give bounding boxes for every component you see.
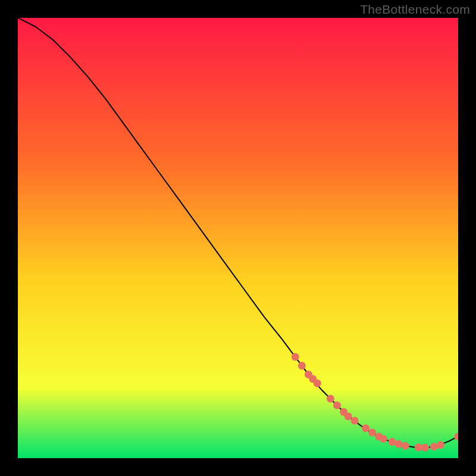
data-point-marker: [314, 380, 321, 387]
data-point-marker: [345, 412, 352, 420]
data-point-marker: [333, 402, 341, 409]
plot-area: [18, 18, 458, 458]
data-point-marker: [395, 440, 403, 448]
data-point-marker: [351, 417, 359, 425]
watermark-text: TheBottleneck.com: [360, 2, 470, 17]
data-point-marker: [389, 438, 396, 446]
data-point-marker: [380, 435, 387, 443]
data-point-marker: [402, 442, 409, 450]
data-point-marker: [415, 443, 422, 451]
data-point-marker: [430, 443, 438, 450]
chart-svg: [18, 18, 458, 458]
chart-stage: TheBottleneck.com: [0, 0, 476, 476]
data-point-marker: [292, 353, 299, 361]
data-point-marker: [362, 424, 369, 432]
gradient-background: [18, 18, 458, 458]
data-point-marker: [368, 429, 376, 437]
data-point-marker: [437, 441, 444, 449]
data-point-marker: [421, 444, 429, 452]
data-point-marker: [298, 362, 306, 369]
data-point-marker: [327, 395, 334, 403]
